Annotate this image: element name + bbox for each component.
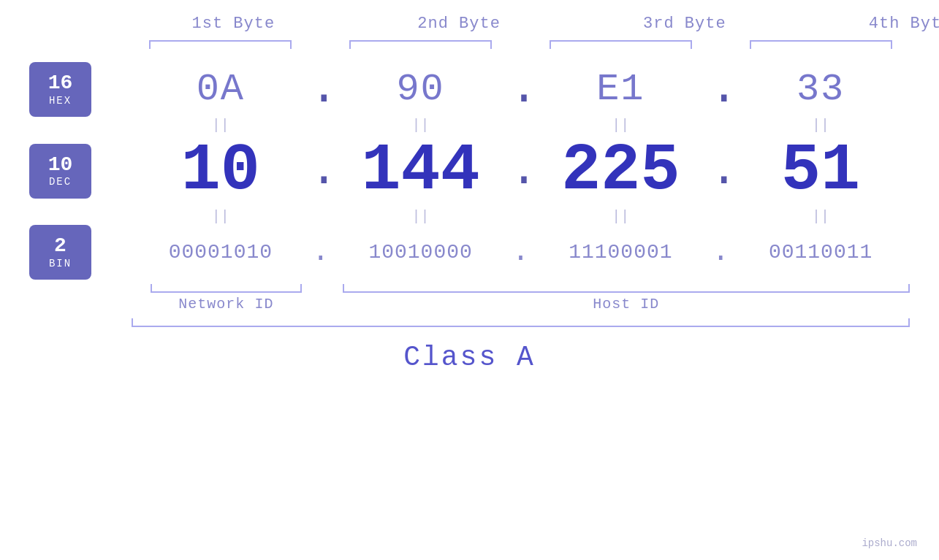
hex-base-num: 16: [48, 72, 73, 95]
host-id-bottom-bracket: [343, 284, 910, 293]
dec-dot1: .: [310, 147, 332, 195]
dec-dot2: .: [510, 147, 532, 195]
byte3-header: 3rd Byte: [583, 15, 787, 33]
hex-byte4-val: 33: [797, 68, 845, 111]
bin-byte1-val: 00001010: [169, 241, 273, 264]
class-label: Class A: [29, 342, 910, 373]
dec-byte1-cell: 10: [132, 134, 310, 208]
class-bracket: [132, 318, 910, 327]
eq1-dot3: [710, 117, 731, 134]
dec-base-num: 10: [48, 154, 73, 177]
bin-bytes: 00001010 . 10010000 . 11100001 . 0011001…: [132, 238, 910, 267]
dec-byte4-cell: 51: [731, 134, 910, 208]
bin-byte3-val: 11100001: [569, 241, 672, 264]
byte2-header: 2nd Byte: [357, 15, 561, 33]
eq2-cell3: ||: [532, 208, 710, 225]
hex-byte3-cell: E1: [532, 68, 710, 111]
bin-row: 2 BIN 00001010 . 10010000 . 11100001 . 0…: [29, 225, 910, 280]
bin-byte3-cell: 11100001: [532, 241, 710, 264]
bin-label-box: 2 BIN: [29, 225, 91, 280]
hex-dot3: .: [710, 66, 731, 113]
eq1-cell3: ||: [532, 117, 710, 134]
eq2-cell4: ||: [731, 208, 910, 225]
hex-byte1-cell: 0A: [132, 68, 310, 111]
dec-byte1-val: 10: [181, 134, 260, 208]
network-id-label: Network ID: [132, 296, 321, 312]
eq1-cell1: ||: [132, 117, 310, 134]
bin-dot2: .: [510, 238, 532, 267]
hex-base-name: HEX: [49, 95, 72, 107]
hex-dot2: .: [510, 66, 532, 113]
byte-headers: 1st Byte 2nd Byte 3rd Byte 4th Byte: [132, 15, 939, 33]
dec-byte4-val: 51: [781, 134, 860, 208]
bin-base-num: 2: [54, 235, 66, 258]
hex-dot1: .: [310, 66, 332, 113]
main-container: 1st Byte 2nd Byte 3rd Byte 4th Byte 16 H…: [0, 0, 939, 560]
eq2-cell1: ||: [132, 208, 310, 225]
bin-byte1-cell: 00001010: [132, 241, 310, 264]
bin-byte4-val: 00110011: [769, 241, 873, 264]
eq2-dot3: [710, 208, 731, 225]
byte3-top-bracket: [550, 40, 692, 49]
hex-byte3-val: E1: [596, 68, 645, 111]
eq2-dot1: [310, 208, 332, 225]
hex-byte1-val: 0A: [197, 68, 245, 111]
eq1-cell4: ||: [731, 117, 910, 134]
network-id-bottom-bracket: [151, 284, 302, 293]
byte2-top-bracket: [349, 40, 492, 49]
bin-dot3: .: [710, 238, 731, 267]
watermark: ipshu.com: [862, 537, 917, 549]
dec-bytes: 10 . 144 . 225 . 51: [132, 134, 910, 208]
dec-byte3-cell: 225: [532, 134, 710, 208]
bin-byte2-cell: 10010000: [332, 241, 510, 264]
eq2-dot2: [510, 208, 532, 225]
hex-byte2-cell: 90: [332, 68, 510, 111]
bin-base-name: BIN: [49, 258, 72, 269]
byte1-top-bracket: [149, 40, 292, 49]
hex-label-box: 16 HEX: [29, 62, 91, 117]
host-id-label: Host ID: [343, 296, 910, 312]
eq2-cell2: ||: [332, 208, 510, 225]
bin-dot1: .: [310, 238, 332, 267]
hex-byte4-cell: 33: [731, 68, 910, 111]
dec-byte2-val: 144: [362, 134, 480, 208]
dec-byte3-val: 225: [561, 134, 680, 208]
byte4-top-bracket: [750, 40, 892, 49]
dec-label-box: 10 DEC: [29, 144, 91, 199]
hex-byte2-val: 90: [396, 68, 444, 111]
bin-byte4-cell: 00110011: [731, 241, 910, 264]
hex-bytes: 0A . 90 . E1 . 33: [132, 66, 910, 113]
equals-row-2: || || || ||: [132, 208, 910, 225]
eq1-cell2: ||: [332, 117, 510, 134]
hex-row: 16 HEX 0A . 90 . E1 . 33: [29, 62, 910, 117]
dec-row: 10 DEC 10 . 144 . 225 . 51: [29, 134, 910, 208]
eq1-dot2: [510, 117, 532, 134]
bin-byte2-val: 10010000: [368, 241, 472, 264]
eq1-dot1: [310, 117, 332, 134]
dec-base-name: DEC: [49, 176, 72, 188]
dec-byte2-cell: 144: [332, 134, 510, 208]
byte1-header: 1st Byte: [132, 15, 335, 33]
dec-dot3: .: [710, 147, 731, 195]
equals-row-1: || || || ||: [132, 117, 910, 134]
byte4-header: 4th Byte: [808, 15, 939, 33]
